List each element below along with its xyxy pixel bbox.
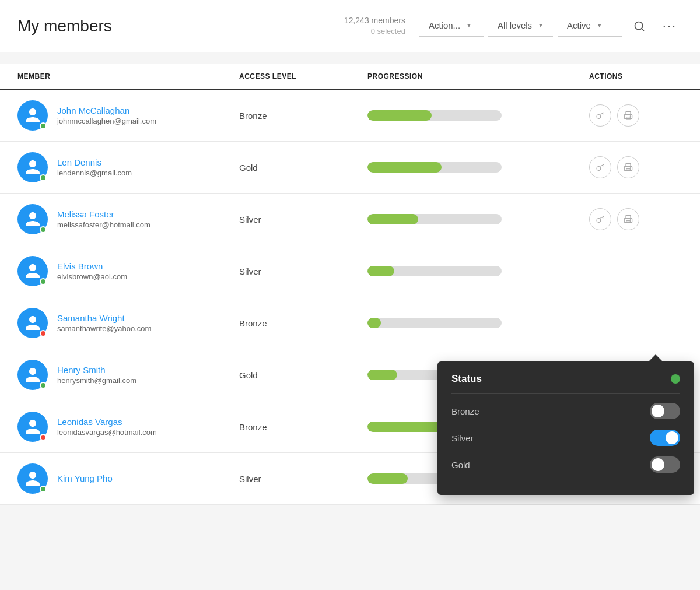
status-dot — [40, 330, 47, 337]
panel-filter-silver: Silver — [452, 430, 680, 446]
action-dropdown-arrow: ▼ — [466, 22, 472, 29]
total-count: 12,243 members — [344, 15, 405, 27]
table-row: Len Dennis lendennis@gmail.com Gold — [0, 142, 700, 194]
member-email: leonidasvargas@hotmail.com — [57, 428, 157, 437]
status-dropdown[interactable]: Active ▼ — [558, 15, 622, 37]
access-level: Bronze — [239, 422, 368, 432]
svg-point-6 — [630, 116, 631, 117]
status-dropdown-arrow: ▼ — [597, 22, 603, 29]
progress-fill — [368, 266, 394, 276]
print-action-button[interactable] — [617, 156, 639, 178]
col-actions: ACTIONS — [589, 72, 682, 80]
member-name[interactable]: Samantha Wright — [57, 313, 151, 323]
status-dot — [40, 226, 47, 233]
member-info: Len Dennis lendennis@gmail.com — [57, 157, 132, 177]
more-options-button[interactable]: ··· — [657, 13, 682, 39]
avatar — [18, 412, 48, 442]
member-info: John McCallaghan johnmccallaghen@gmail.c… — [57, 106, 156, 125]
filter-dropdown-panel: Status Bronze Silver Gold — [438, 361, 694, 495]
progress-bar — [368, 110, 502, 121]
member-email: samanthawrite@yahoo.com — [57, 324, 151, 333]
progress-fill — [368, 370, 397, 380]
status-dot — [40, 382, 47, 389]
bronze-toggle-knob — [652, 405, 664, 417]
member-cell: John McCallaghan johnmccallaghen@gmail.c… — [18, 100, 239, 131]
progress-fill — [368, 162, 442, 173]
member-name[interactable]: Melissa Foster — [57, 209, 150, 219]
progress-bar — [368, 318, 502, 328]
status-dot — [40, 122, 47, 129]
member-name[interactable]: Kim Yung Pho — [57, 473, 113, 483]
panel-status-indicator — [671, 374, 680, 384]
svg-point-16 — [630, 220, 631, 220]
access-level: Bronze — [239, 318, 368, 328]
svg-rect-13 — [626, 215, 631, 218]
search-button[interactable] — [626, 13, 652, 39]
member-name[interactable]: Elvis Brown — [57, 261, 127, 271]
member-cell: Samantha Wright samanthawrite@yahoo.com — [18, 308, 239, 338]
member-info: Kim Yung Pho — [57, 473, 113, 484]
col-member: MEMBER — [18, 72, 239, 80]
member-name[interactable]: Len Dennis — [57, 157, 132, 167]
member-email: henrysmith@gmail.com — [57, 376, 136, 385]
member-name[interactable]: John McCallaghan — [57, 106, 156, 115]
member-info: Henry Smith henrysmith@gmail.com — [57, 365, 136, 385]
gold-toggle[interactable] — [650, 456, 680, 473]
progression-cell — [368, 318, 589, 328]
member-cell: Leonidas Vargas leonidasvargas@hotmail.c… — [18, 412, 239, 442]
member-info: Samantha Wright samanthawrite@yahoo.com — [57, 313, 151, 333]
actions-cell — [589, 156, 682, 178]
table-row: Samantha Wright samanthawrite@yahoo.com … — [0, 297, 700, 349]
avatar — [18, 204, 48, 234]
print-action-button[interactable] — [617, 208, 639, 230]
svg-rect-5 — [626, 117, 631, 119]
avatar — [18, 463, 48, 494]
action-dropdown[interactable]: Action... ▼ — [419, 15, 484, 37]
member-count-display: 12,243 members 0 selected — [344, 15, 405, 37]
silver-toggle-knob — [666, 431, 678, 444]
panel-header: Status — [452, 373, 680, 385]
print-action-button[interactable] — [617, 104, 639, 127]
panel-filter-bronze: Bronze — [452, 403, 680, 419]
member-info: Elvis Brown elvisbrown@aol.com — [57, 261, 127, 281]
access-level: Silver — [239, 266, 368, 276]
progress-fill — [368, 473, 408, 484]
key-action-button[interactable] — [589, 104, 611, 127]
table-row: John McCallaghan johnmccallaghen@gmail.c… — [0, 90, 700, 142]
member-name[interactable]: Henry Smith — [57, 365, 136, 375]
status-dot — [40, 278, 47, 285]
member-info: Leonidas Vargas leonidasvargas@hotmail.c… — [57, 417, 157, 437]
member-cell: Elvis Brown elvisbrown@aol.com — [18, 256, 239, 286]
access-level: Silver — [239, 474, 368, 484]
svg-point-2 — [597, 115, 601, 119]
svg-point-11 — [630, 168, 631, 168]
member-email: melissafoster@hotmail.com — [57, 220, 150, 229]
gold-toggle-knob — [652, 458, 664, 471]
progress-bar — [368, 266, 502, 276]
svg-rect-3 — [626, 111, 631, 114]
svg-point-12 — [597, 219, 601, 223]
member-cell: Kim Yung Pho — [18, 463, 239, 494]
actions-cell — [589, 104, 682, 127]
avatar — [18, 100, 48, 131]
member-email: lendennis@gmail.com — [57, 168, 132, 177]
selected-count: 0 selected — [344, 26, 405, 37]
progress-fill — [368, 110, 432, 121]
access-level: Silver — [239, 215, 368, 224]
table-row: Elvis Brown elvisbrown@aol.com Silver — [0, 245, 700, 297]
level-dropdown[interactable]: All levels ▼ — [488, 15, 553, 37]
key-action-button[interactable] — [589, 156, 611, 178]
panel-title: Status — [452, 373, 482, 385]
bronze-toggle[interactable] — [650, 403, 680, 419]
avatar — [18, 256, 48, 286]
key-action-button[interactable] — [589, 208, 611, 230]
member-name[interactable]: Leonidas Vargas — [57, 417, 157, 427]
silver-toggle[interactable] — [650, 430, 680, 446]
progress-fill — [368, 318, 381, 328]
panel-divider — [452, 393, 680, 394]
col-progression: PROGRESSION — [368, 72, 589, 80]
progress-bar — [368, 162, 502, 173]
bronze-label: Bronze — [452, 406, 480, 416]
member-cell: Melissa Foster melissafoster@hotmail.com — [18, 204, 239, 234]
avatar — [18, 360, 48, 390]
